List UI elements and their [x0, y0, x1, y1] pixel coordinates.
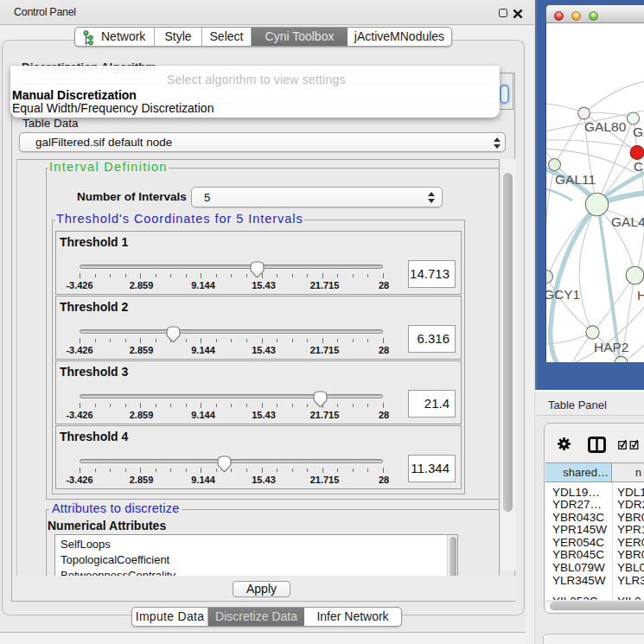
svg-text:H: H	[637, 288, 644, 303]
svg-text:C: C	[634, 159, 643, 174]
svg-text:HAP2: HAP2	[594, 340, 629, 354]
svg-text:GA: GA	[633, 124, 644, 139]
svg-text:GCY1: GCY1	[546, 287, 580, 302]
svg-text:GAL11: GAL11	[555, 172, 596, 187]
svg-text:GAL80: GAL80	[584, 119, 627, 134]
svg-text:GAL4: GAL4	[611, 214, 644, 229]
